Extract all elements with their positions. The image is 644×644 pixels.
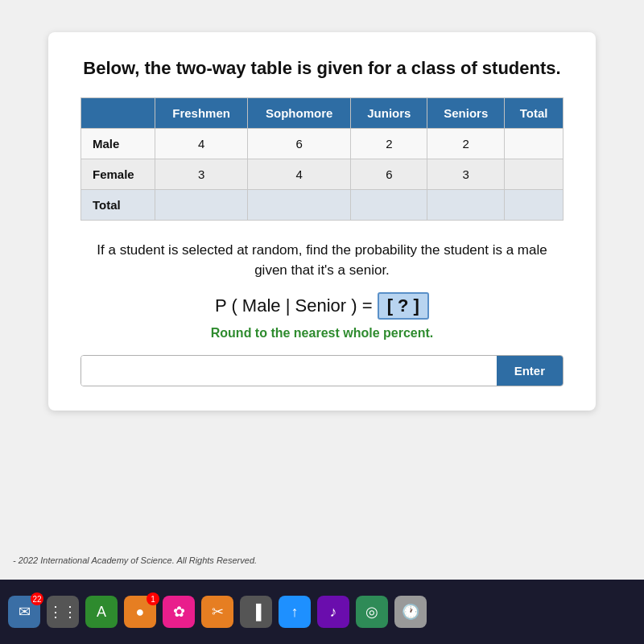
col-header-juniors: Juniors (351, 97, 427, 128)
cell-female-sophomore: 4 (248, 159, 351, 189)
page-title: Below, the two-way table is given for a … (80, 56, 564, 81)
taskbar-notification-icon[interactable]: ● 1 (124, 596, 156, 628)
table-row-male: Male 4 6 2 2 (81, 128, 564, 159)
probability-bracket: [ ? ] (378, 292, 429, 320)
two-way-table: Freshmen Sophomore Juniors Seniors Total… (80, 97, 564, 221)
taskbar-apps-icon[interactable]: ⋮⋮ (47, 596, 79, 628)
cell-total-total (505, 189, 564, 220)
taskbar-upload-icon[interactable]: ↑ (279, 596, 311, 628)
probability-label: P ( Male | Senior ) = (215, 295, 372, 316)
cell-total-juniors (351, 189, 427, 220)
col-header-blank (81, 97, 155, 128)
table-row-female: Female 3 4 6 3 (81, 159, 564, 189)
taskbar-mail-icon[interactable]: ✉ 22 (8, 596, 40, 628)
col-header-freshmen: Freshmen (155, 97, 248, 128)
cell-female-total (505, 159, 564, 189)
footer: - 2022 International Academy of Science.… (0, 547, 644, 572)
row-label-male: Male (81, 128, 155, 159)
answer-input[interactable] (81, 356, 497, 386)
answer-input-row: Enter (80, 355, 564, 386)
round-note: Round to the nearest whole percent. (80, 326, 564, 341)
copyright-text: - 2022 International Academy of Science.… (13, 555, 257, 565)
taskbar-green-icon[interactable]: A (85, 596, 118, 628)
enter-button[interactable]: Enter (497, 356, 563, 386)
cell-male-total (505, 128, 564, 159)
table-row-total: Total (81, 189, 564, 220)
taskbar-chart-icon[interactable]: ▐ (240, 596, 272, 628)
col-header-sophomore: Sophomore (248, 97, 351, 128)
cell-male-freshmen: 4 (155, 128, 248, 159)
cell-male-seniors: 2 (427, 128, 505, 159)
question-text: If a student is selected at random, find… (80, 240, 564, 281)
notification-badge: 1 (147, 592, 159, 605)
taskbar-music-icon[interactable]: ♪ (317, 596, 349, 628)
cell-male-sophomore: 6 (248, 128, 351, 159)
screen: Below, the two-way table is given for a … (0, 0, 644, 644)
taskbar-photos-icon[interactable]: ✿ (163, 596, 195, 628)
taskbar-clock-icon[interactable]: 🕐 (394, 596, 427, 628)
cell-male-juniors: 2 (351, 128, 427, 159)
col-header-total: Total (505, 97, 564, 128)
row-label-total: Total (81, 189, 155, 220)
taskbar-circle-icon[interactable]: ◎ (356, 596, 388, 628)
probability-line: P ( Male | Senior ) = [ ? ] (80, 292, 564, 320)
cell-female-freshmen: 3 (155, 159, 248, 189)
cell-total-seniors (427, 189, 505, 220)
taskbar-scissors-icon[interactable]: ✂ (201, 596, 233, 628)
taskbar: ✉ 22 ⋮⋮ A ● 1 ✿ ✂ ▐ ↑ ♪ ◎ 🕐 (0, 580, 644, 644)
col-header-seniors: Seniors (427, 97, 505, 128)
cell-total-sophomore (248, 189, 351, 220)
content-area: Below, the two-way table is given for a … (48, 32, 596, 411)
mail-badge: 22 (31, 592, 43, 605)
cell-female-juniors: 6 (351, 159, 427, 189)
row-label-female: Female (81, 159, 155, 189)
cell-total-freshmen (155, 189, 248, 220)
table-header-row: Freshmen Sophomore Juniors Seniors Total (81, 97, 564, 128)
cell-female-seniors: 3 (427, 159, 505, 189)
